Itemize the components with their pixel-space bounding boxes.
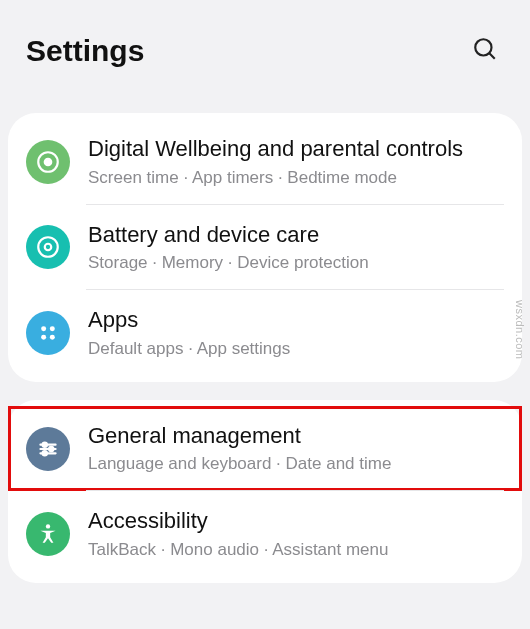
item-subtitle: Storage · Memory · Device protection bbox=[88, 252, 504, 274]
battery-care-icon bbox=[26, 225, 70, 269]
svg-point-0 bbox=[475, 39, 491, 55]
svg-point-5 bbox=[45, 244, 52, 251]
settings-item-digital-wellbeing[interactable]: Digital Wellbeing and parental controls … bbox=[8, 119, 522, 205]
svg-point-16 bbox=[46, 524, 50, 528]
svg-point-6 bbox=[41, 326, 46, 331]
item-subtitle: Language and keyboard · Date and time bbox=[88, 453, 504, 475]
settings-group-2: General management Language and keyboard… bbox=[8, 400, 522, 583]
page-title: Settings bbox=[26, 34, 144, 68]
svg-point-8 bbox=[41, 335, 46, 340]
item-text: Digital Wellbeing and parental controls … bbox=[88, 135, 504, 189]
item-title: Accessibility bbox=[88, 507, 504, 535]
settings-item-apps[interactable]: Apps Default apps · App settings bbox=[8, 290, 522, 376]
item-title: Apps bbox=[88, 306, 504, 334]
svg-point-3 bbox=[44, 157, 53, 166]
item-subtitle: TalkBack · Mono audio · Assistant menu bbox=[88, 539, 504, 561]
general-management-icon bbox=[26, 427, 70, 471]
settings-item-general-management[interactable]: General management Language and keyboard… bbox=[8, 406, 522, 492]
item-subtitle: Screen time · App timers · Bedtime mode bbox=[88, 167, 504, 189]
settings-item-accessibility[interactable]: Accessibility TalkBack · Mono audio · As… bbox=[8, 491, 522, 577]
item-text: Accessibility TalkBack · Mono audio · As… bbox=[88, 507, 504, 561]
settings-item-battery-care[interactable]: Battery and device care Storage · Memory… bbox=[8, 205, 522, 291]
svg-point-4 bbox=[38, 238, 58, 258]
digital-wellbeing-icon bbox=[26, 140, 70, 184]
svg-point-9 bbox=[50, 335, 55, 340]
search-button[interactable] bbox=[466, 30, 504, 71]
item-subtitle: Default apps · App settings bbox=[88, 338, 504, 360]
accessibility-icon bbox=[26, 512, 70, 556]
watermark: wsxdn.com bbox=[514, 300, 526, 360]
svg-line-1 bbox=[489, 53, 494, 58]
item-title: Digital Wellbeing and parental controls bbox=[88, 135, 504, 163]
item-text: Apps Default apps · App settings bbox=[88, 306, 504, 360]
settings-group-1: Digital Wellbeing and parental controls … bbox=[8, 113, 522, 382]
item-text: Battery and device care Storage · Memory… bbox=[88, 221, 504, 275]
search-icon bbox=[472, 36, 498, 62]
svg-point-13 bbox=[49, 446, 53, 450]
svg-point-7 bbox=[50, 326, 55, 331]
apps-icon bbox=[26, 311, 70, 355]
svg-point-15 bbox=[43, 451, 47, 455]
item-title: Battery and device care bbox=[88, 221, 504, 249]
item-text: General management Language and keyboard… bbox=[88, 422, 504, 476]
item-title: General management bbox=[88, 422, 504, 450]
header: Settings bbox=[0, 0, 530, 113]
svg-point-11 bbox=[43, 442, 47, 446]
